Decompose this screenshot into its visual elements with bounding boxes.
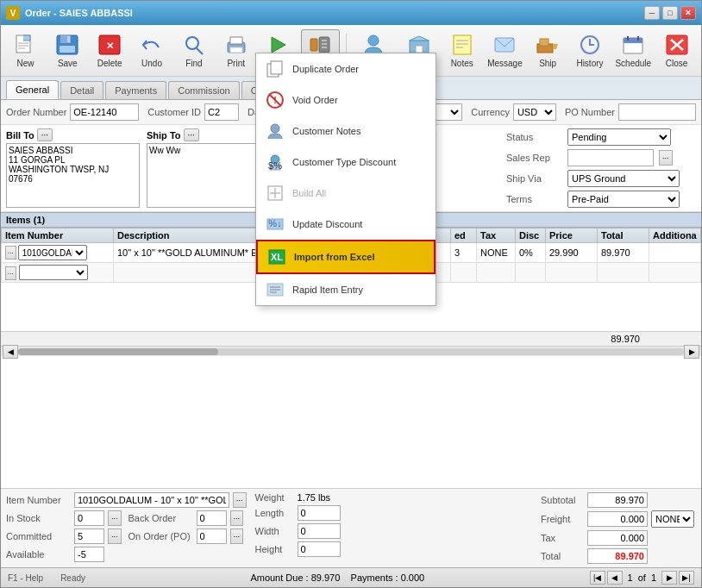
svg-rect-42	[271, 61, 282, 74]
terms-select[interactable]: Pre-Paid	[567, 191, 680, 208]
currency-select[interactable]: USD	[513, 103, 556, 121]
sales-rep-picker[interactable]: ···	[659, 150, 673, 166]
items-section-label: Items (1)	[6, 215, 45, 225]
width-input[interactable]	[298, 523, 341, 539]
back-order-picker[interactable]: ···	[230, 510, 244, 526]
committed-picker[interactable]: ···	[108, 529, 122, 544]
freight-option-select[interactable]: NONE	[651, 510, 694, 528]
in-stock-picker[interactable]: ···	[108, 510, 122, 526]
po-number-input[interactable]	[618, 103, 696, 121]
ship-label: Ship	[539, 59, 556, 68]
scroll-right-btn[interactable]: ▶	[684, 345, 699, 359]
print-icon	[223, 33, 249, 57]
item-number-select[interactable]: 1010GOLDALUM	[18, 245, 87, 260]
available-input[interactable]	[74, 547, 104, 562]
width-label: Width	[255, 526, 294, 536]
item-number-bottom-input[interactable]	[74, 492, 229, 508]
print-button[interactable]: Print	[216, 29, 255, 72]
close-main-button[interactable]: Close	[657, 29, 696, 72]
save-button[interactable]: Save	[48, 29, 87, 72]
message-button[interactable]: Message	[485, 29, 525, 72]
find-button[interactable]: Find	[174, 29, 213, 72]
maximize-button[interactable]: □	[662, 6, 678, 20]
new-button[interactable]: New	[6, 29, 45, 72]
tab-general[interactable]: General	[6, 80, 59, 99]
col-item-number: Item Number	[2, 228, 114, 243]
bill-to-label-row: Bill To ···	[6, 128, 140, 141]
back-order-input[interactable]	[197, 510, 227, 526]
svg-text:%↓: %↓	[268, 218, 281, 228]
scrollbar-track[interactable]	[18, 348, 684, 355]
col-price: Price	[546, 228, 598, 243]
right-panel: Status Pending Sales Rep ··· Ship Via UP…	[506, 128, 696, 208]
committed-input[interactable]	[74, 529, 104, 544]
history-icon	[577, 33, 603, 57]
update-discount-item[interactable]: %↓ Update Discount	[256, 209, 436, 240]
bill-to-address[interactable]: SAIES ABBASSI 11 GORGA PL WASHINGTON TWS…	[6, 143, 140, 208]
delete-button[interactable]: ✕ Delete	[91, 29, 129, 72]
item-number-picker[interactable]: ···	[233, 492, 247, 508]
main-window: V Order - SAIES ABBASSI ─ □ ✕ New Save ✕	[0, 0, 702, 588]
freight-input[interactable]	[587, 511, 648, 527]
order-number-input[interactable]	[70, 103, 139, 121]
item-picker-btn-2[interactable]: ···	[5, 266, 16, 280]
subtotal-label: Subtotal	[541, 495, 584, 505]
customer-id-input[interactable]	[204, 103, 239, 121]
tab-detail[interactable]: Detail	[60, 81, 103, 99]
length-label: Length	[255, 508, 294, 518]
scroll-left-btn[interactable]: ◀	[3, 345, 18, 359]
status-row: Status Pending	[506, 128, 696, 146]
status-center: Amount Due : 89.970 Payments : 0.000	[103, 572, 573, 583]
payments-label: Payments :	[351, 572, 398, 583]
on-order-picker[interactable]: ···	[230, 529, 244, 544]
save-label: Save	[58, 59, 78, 68]
in-stock-label: In Stock	[6, 513, 71, 523]
svg-line-11	[197, 48, 203, 54]
last-page-btn[interactable]: ▶|	[679, 571, 694, 585]
customer-type-discount-item[interactable]: $% Customer Type Discount	[256, 147, 436, 178]
amount-due-label: Amount Due :	[250, 572, 308, 583]
history-button[interactable]: History	[571, 29, 610, 72]
schedule-icon	[620, 33, 646, 57]
sales-rep-input[interactable]	[567, 149, 654, 166]
col-ed: ed	[451, 228, 477, 243]
customer-notes-icon	[265, 121, 285, 141]
rapid-item-entry-item[interactable]: Rapid Item Entry	[256, 274, 436, 305]
undo-button[interactable]: Undo	[133, 29, 172, 72]
notes-button[interactable]: Notes	[442, 29, 481, 72]
scrollbar-thumb[interactable]	[18, 348, 218, 355]
tab-payments[interactable]: Payments	[105, 81, 166, 99]
col-tax: Tax	[477, 228, 516, 243]
minimize-button[interactable]: ─	[644, 6, 660, 20]
first-page-btn[interactable]: |◀	[590, 571, 605, 585]
bill-to-label: Bill To	[6, 130, 34, 141]
title-controls: ─ □ ✕	[644, 6, 696, 20]
title-bar-left: V Order - SAIES ABBASSI	[6, 6, 133, 20]
next-page-btn[interactable]: ▶	[661, 571, 677, 585]
height-input[interactable]	[298, 541, 341, 557]
schedule-button[interactable]: Schedule	[612, 29, 654, 72]
cell-item-number: ··· 1010GOLDALUM	[2, 243, 114, 263]
length-input[interactable]	[298, 505, 341, 521]
status-select[interactable]: Pending	[567, 128, 671, 146]
ship-button[interactable]: Ship	[529, 29, 567, 72]
duplicate-order-label: Duplicate Order	[292, 64, 359, 74]
ship-via-select[interactable]: UPS Ground	[567, 170, 680, 187]
ship-icon	[535, 33, 561, 57]
void-order-item[interactable]: ! Void Order	[256, 84, 436, 116]
prev-page-btn[interactable]: ◀	[607, 571, 623, 585]
tab-commission[interactable]: Commission	[168, 81, 240, 99]
on-order-input[interactable]	[197, 529, 227, 544]
ship-to-button[interactable]: ···	[184, 128, 199, 141]
import-from-excel-item[interactable]: XL Import from Excel	[256, 240, 436, 274]
duplicate-order-item[interactable]: Duplicate Order	[256, 53, 436, 84]
in-stock-input[interactable]	[74, 510, 104, 526]
window-close-button[interactable]: ✕	[680, 6, 696, 20]
available-label: Available	[6, 549, 71, 560]
update-discount-icon: %↓	[265, 214, 285, 235]
customer-notes-item[interactable]: Customer Notes	[256, 116, 436, 147]
item-number-select-2[interactable]	[19, 265, 88, 280]
item-picker-btn[interactable]: ···	[5, 246, 16, 260]
h-scrollbar[interactable]: ◀ ▶	[1, 346, 701, 356]
bill-to-button[interactable]: ···	[37, 128, 53, 141]
